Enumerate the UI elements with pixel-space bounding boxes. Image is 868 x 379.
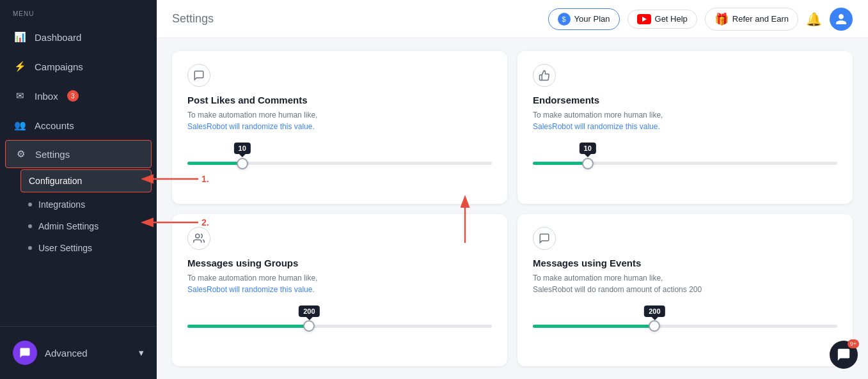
sidebar-item-advanced[interactable]: Advanced ▾ [0,334,157,371]
dashboard-icon: 📊 [13,30,27,44]
messages-events-icon [533,227,556,250]
slider-endorsements[interactable]: 10 [533,143,837,165]
messages-groups-icon [187,227,210,250]
slider-thumb[interactable] [649,320,660,332]
settings-submenu: Configuration Integrations Admin Setting… [0,168,157,259]
card-endorsements: Endorsements To make automation more hum… [517,51,853,204]
sidebar-bottom: Advanced ▾ [0,326,157,379]
slider-value-label: 10 [580,143,596,154]
card-desc: To make automation more human like, Sale… [187,109,492,132]
card-messages-events: Messages using Events To make automation… [517,214,853,367]
sidebar-item-dashboard[interactable]: 📊 Dashboard [0,22,157,52]
header-actions: $ Your Plan Get Help 🎁 Refer and Earn 🔔 [548,8,853,31]
submenu-configuration[interactable]: Configuration [20,169,152,192]
menu-label: MENU [0,0,157,22]
slider-fill [533,325,654,328]
bottom-notif-count: 9+ [848,339,859,348]
sidebar-item-label: Settings [35,149,70,160]
avatar[interactable] [830,8,853,31]
slider-thumb[interactable] [303,320,315,332]
card-title: Messages using Events [533,258,837,268]
sidebar-item-label: Accounts [35,120,74,131]
card-messages-groups: Messages using Groups To make automation… [172,214,507,367]
sidebar-item-label: Dashboard [35,32,81,43]
svg-point-0 [196,234,200,238]
plan-icon: $ [558,13,571,26]
cards-grid: Post Likes and Comments To make automati… [157,38,868,379]
slider-fill [533,162,588,165]
bottom-notification-widget[interactable]: 9+ [830,341,858,369]
submenu-user-settings[interactable]: User Settings [0,237,157,259]
sidebar-item-inbox[interactable]: ✉ Inbox 3 [0,81,157,111]
submenu-item-label: Configuration [29,176,82,186]
sidebar-item-label: Inbox [35,91,58,102]
slider-value-label: 200 [644,306,665,317]
slider-track [187,325,492,328]
campaigns-icon: ⚡ [13,59,27,73]
slider-track [187,162,492,165]
endorsements-icon [533,64,556,87]
refer-earn-label: Refer and Earn [732,14,789,24]
header: Settings $ Your Plan Get Help 🎁 Refer an… [157,0,868,38]
main-content: Settings $ Your Plan Get Help 🎁 Refer an… [157,0,868,379]
slider-thumb[interactable] [582,158,594,169]
inbox-icon: ✉ [13,89,27,103]
card-desc: To make automation more human like, Sale… [187,272,492,295]
sidebar-item-settings[interactable]: ⚙ Settings [5,140,152,168]
slider-fill [187,325,309,328]
submenu-dot [28,224,32,228]
card-title: Messages using Groups [187,258,492,268]
submenu-admin-settings[interactable]: Admin Settings [0,215,157,237]
sidebar: MENU 📊 Dashboard ⚡ Campaigns ✉ Inbox 3 👥… [0,0,157,379]
your-plan-label: Your Plan [574,14,610,24]
page-title: Settings [172,12,214,26]
advanced-label: Advanced [45,348,88,359]
inbox-badge: 3 [67,90,79,102]
chevron-down-icon: ▾ [139,347,144,359]
card-desc: To make automation more human like, Sale… [533,109,837,132]
slider-value-label: 200 [299,306,319,317]
card-title: Endorsements [533,95,837,105]
submenu-dot [28,203,32,206]
youtube-icon [637,14,651,24]
slider-post-likes[interactable]: 10 [187,143,492,165]
sidebar-item-label: Campaigns [35,61,83,72]
your-plan-button[interactable]: $ Your Plan [548,8,620,30]
refer-earn-button[interactable]: 🎁 Refer and Earn [705,8,798,31]
gift-icon: 🎁 [714,12,729,26]
slider-track [533,325,837,328]
sidebar-item-accounts[interactable]: 👥 Accounts [0,111,157,140]
bell-icon: 🔔 [806,12,822,26]
slider-fill [187,162,242,165]
post-likes-icon [187,64,210,87]
slider-track [533,162,837,165]
notification-bell-container[interactable]: 🔔 [806,12,822,27]
card-desc: To make automation more human like, Sale… [533,272,837,295]
slider-thumb[interactable] [237,158,248,169]
submenu-item-label: User Settings [38,243,92,253]
slider-messages-groups[interactable]: 200 [187,306,492,328]
settings-icon: ⚙ [13,147,28,161]
card-title: Post Likes and Comments [187,95,492,105]
get-help-label: Get Help [655,14,688,24]
submenu-item-label: Admin Settings [38,221,99,231]
sidebar-item-campaigns[interactable]: ⚡ Campaigns [0,52,157,81]
slider-messages-events[interactable]: 200 [533,306,837,328]
get-help-button[interactable]: Get Help [627,10,697,29]
card-post-likes: Post Likes and Comments To make automati… [172,51,507,204]
slider-value-label: 10 [234,143,251,154]
accounts-icon: 👥 [13,118,27,132]
submenu-item-label: Integrations [38,199,85,210]
submenu-dot [28,246,32,250]
chat-bubble-icon [13,341,37,365]
submenu-integrations[interactable]: Integrations [0,194,157,215]
